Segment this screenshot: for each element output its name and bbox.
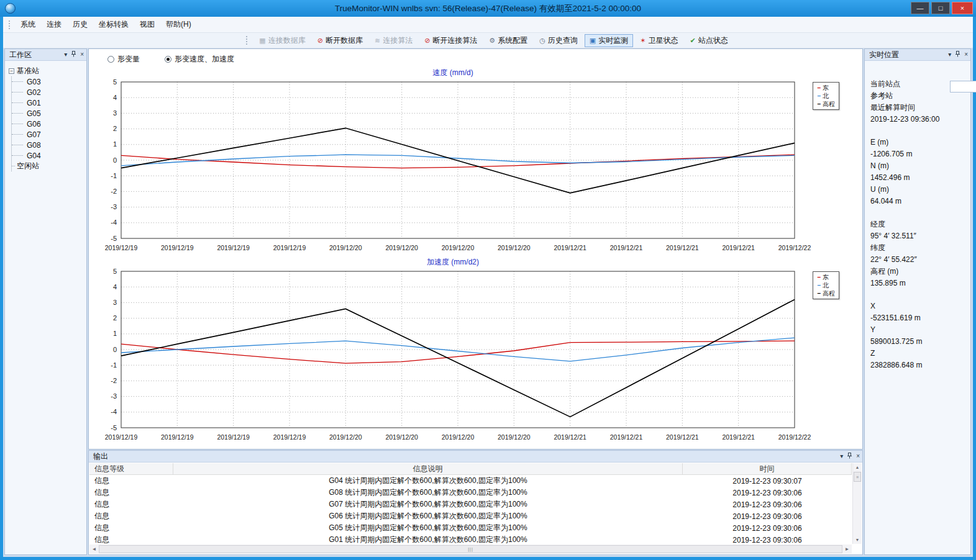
menu-item[interactable]: 系统 (15, 17, 41, 32)
workspace-panel-title: 工作区 (9, 50, 32, 60)
station-label: G08 (27, 141, 41, 150)
svg-text:-1: -1 (111, 361, 117, 369)
output-table-header: 信息等级信息说明时间 (89, 463, 852, 475)
station-label: G06 (27, 120, 41, 129)
row-level: 信息 (89, 511, 173, 522)
svg-text:2019/12/22: 2019/12/22 (778, 433, 811, 441)
svg-text:2019/12/20: 2019/12/20 (498, 244, 531, 251)
toolbar-button-system-config[interactable]: ⚙系统配置 (484, 34, 532, 47)
toolbar-button-label: 历史查询 (548, 35, 578, 46)
menu-item[interactable]: 视图 (134, 17, 160, 32)
radio-option[interactable]: 形变量 (107, 54, 140, 65)
charts-panel: 形变量形变速度、加速度 速度 (mm/d) -5-4-3-2-101234520… (88, 48, 863, 449)
svg-text:2019/12/21: 2019/12/21 (666, 244, 699, 251)
station-label: G04 (27, 151, 41, 160)
chevron-down-icon[interactable]: ▾ (948, 52, 951, 58)
position-field-label: E (m) (865, 137, 970, 148)
table-row[interactable]: 信息G01 统计周期内固定解个数600,解算次数600,固定率为100%2019… (89, 534, 852, 544)
tree-item-root[interactable]: −基准站 (9, 66, 84, 76)
svg-text:-2: -2 (111, 187, 117, 195)
station-tree: −基准站G03G02G01G05G06G07G08G04空闲站 (5, 61, 86, 171)
vertical-scroll-thumb[interactable]: ≡ (854, 472, 861, 482)
output-horizontal-scrollbar[interactable]: ◄ ||| ► (89, 544, 852, 554)
tree-item-station[interactable]: G06 (12, 119, 84, 129)
satellite-status-icon: ✶ (640, 37, 645, 44)
tree-item-station[interactable]: G01 (12, 97, 84, 108)
pin-icon[interactable] (847, 453, 852, 460)
horizontal-scroll-thumb[interactable]: ||| (99, 545, 842, 553)
toolbar-button-history-query[interactable]: ◷历史查询 (534, 34, 583, 47)
close-button[interactable]: × (952, 2, 973, 14)
table-row[interactable]: 信息G06 统计周期内固定解个数600,解算次数600,固定率为100%2019… (89, 510, 852, 522)
legend-item: –高程 (817, 289, 835, 297)
pin-icon[interactable] (955, 51, 960, 58)
toolbar-button-label: 系统配置 (498, 35, 527, 46)
output-vertical-scrollbar[interactable]: ▲ ≡ ▼ (852, 463, 862, 544)
table-row[interactable]: 信息G05 统计周期内固定解个数600,解算次数600,固定率为100%2019… (89, 522, 852, 534)
idle-station-label: 空闲站 (17, 161, 39, 171)
toolbar-button-disconnect-database[interactable]: ⊘断开数据库 (312, 34, 368, 47)
toolbar-button-satellite-status[interactable]: ✶卫星状态 (635, 34, 683, 47)
tree-item-station[interactable]: G07 (12, 129, 84, 140)
minimize-button[interactable]: — (911, 2, 929, 14)
table-row[interactable]: 信息G04 统计周期内固定解个数600,解算次数600,固定率为100%2019… (89, 475, 852, 487)
svg-text:2019/12/20: 2019/12/20 (329, 244, 362, 251)
field-gap (865, 289, 970, 300)
collapse-box-icon[interactable]: − (9, 68, 14, 74)
system-config-icon: ⚙ (489, 37, 495, 44)
chevron-down-icon[interactable]: ▾ (840, 453, 843, 459)
field-gap (865, 207, 970, 219)
legend-color-dash: – (817, 100, 821, 108)
position-panel-title: 实时位置 (869, 50, 899, 60)
scroll-right-icon[interactable]: ► (842, 544, 852, 554)
row-level: 信息 (89, 523, 173, 533)
tree-item-station[interactable]: G04 (12, 150, 84, 161)
legend-item: –东 (817, 273, 835, 281)
position-field-label: Z (865, 348, 970, 359)
toolbar-button-station-status[interactable]: ✔站点状态 (685, 34, 732, 47)
menu-item[interactable]: 帮助(H) (160, 17, 197, 32)
acceleration-chart-svg: -5-4-3-2-10123452019/12/192019/12/192019… (93, 268, 813, 445)
tree-item-station[interactable]: G03 (12, 76, 84, 87)
deformation-mode-radios: 形变量形变速度、加速度 (89, 49, 862, 66)
toolbar-button-realtime-monitor[interactable]: ▣实时监测 (585, 34, 633, 47)
position-field-label: 经度 (865, 219, 970, 230)
legend-item: –北 (817, 281, 835, 289)
tree-item-idle[interactable]: 空闲站 (12, 161, 84, 171)
svg-text:2019/12/22: 2019/12/22 (778, 244, 811, 251)
maximize-button[interactable]: □ (931, 2, 950, 14)
table-row[interactable]: 信息G08 统计周期内固定解个数600,解算次数600,固定率为100%2019… (89, 487, 852, 499)
pin-icon[interactable] (71, 51, 76, 58)
scroll-left-icon[interactable]: ◄ (89, 544, 99, 554)
acceleration-chart-legend: –东–北–高程 (813, 271, 839, 299)
legend-label: 高程 (823, 100, 835, 108)
scroll-down-icon[interactable]: ▼ (853, 536, 862, 544)
close-icon[interactable]: × (856, 453, 860, 459)
radio-option[interactable]: 形变速度、加速度 (165, 54, 234, 65)
menu-item[interactable]: 历史 (67, 17, 93, 32)
position-header-icons: ▾ × (948, 51, 968, 58)
column-header: 时间 (683, 463, 852, 474)
scroll-up-icon[interactable]: ▲ (853, 463, 862, 471)
menu-item[interactable]: 坐标转换 (93, 17, 134, 32)
tree-item-station[interactable]: G08 (12, 140, 84, 150)
menu-item[interactable]: 连接 (41, 17, 67, 32)
position-field-label: Y (865, 324, 970, 336)
radio-circle-icon (107, 56, 114, 63)
velocity-chart: 速度 (mm/d) -5-4-3-2-10123452019/12/192019… (93, 68, 862, 256)
svg-text:2019/12/20: 2019/12/20 (385, 244, 418, 251)
workspace-panel: 工作区 ▾ × −基准站G03G02G01G05G06G07G08G04空闲站 (4, 48, 87, 555)
close-icon[interactable]: × (80, 52, 84, 58)
tree-item-station[interactable]: G05 (12, 108, 84, 119)
close-icon[interactable]: × (964, 52, 968, 58)
position-field-value: 2382886.648 m (865, 359, 970, 371)
station-label: G07 (27, 130, 41, 139)
station-label: G05 (27, 109, 41, 118)
toolbar-button-disconnect-algorithm[interactable]: ⊘断开连接算法 (419, 34, 482, 47)
svg-text:2019/12/20: 2019/12/20 (498, 433, 531, 441)
svg-text:2019/12/20: 2019/12/20 (442, 244, 475, 251)
chevron-down-icon[interactable]: ▾ (64, 52, 67, 58)
table-row[interactable]: 信息G07 统计周期内固定解个数600,解算次数600,固定率为100%2019… (89, 499, 852, 510)
row-time: 2019-12-23 09:30:06 (683, 524, 852, 533)
tree-item-station[interactable]: G02 (12, 87, 84, 97)
